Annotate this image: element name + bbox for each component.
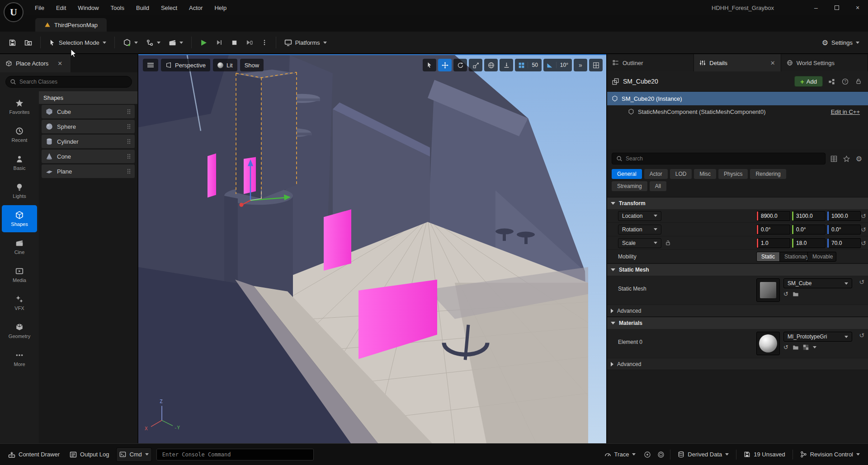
selection-mode-dropdown[interactable]: Selection Mode (45, 35, 110, 50)
viewport-menu-button[interactable] (143, 59, 158, 71)
list-item-sphere[interactable]: Sphere (42, 120, 135, 133)
drag-handle[interactable] (127, 138, 131, 145)
frame-skip-button[interactable] (212, 35, 227, 50)
tab-world-settings[interactable]: World Settings (781, 54, 868, 71)
reset-icon[interactable]: ↺ (861, 240, 866, 247)
output-log-button[interactable]: Output Log (67, 447, 112, 462)
tab-outliner[interactable]: Outliner (607, 54, 694, 71)
static-mesh-asset-dropdown[interactable]: SM_Cube (783, 278, 852, 288)
console-command-input[interactable] (161, 451, 309, 458)
maximize-viewport-button[interactable] (589, 59, 603, 71)
lit-dropdown[interactable]: Lit (213, 59, 237, 71)
platforms-dropdown[interactable]: Platforms (280, 35, 331, 50)
play-options-kebab[interactable] (257, 35, 272, 50)
reset-icon[interactable]: ↺ (859, 278, 864, 286)
sidebar-item-more[interactable]: More (2, 345, 37, 372)
material-asset-dropdown[interactable]: MI_PrototypeGri (783, 332, 852, 342)
convert-blueprint-icon[interactable] (826, 76, 836, 86)
level-tab[interactable]: ThirdPersonMap (35, 18, 107, 32)
list-item-plane[interactable]: Plane (42, 164, 135, 178)
drag-handle[interactable] (127, 168, 131, 175)
use-selected-asset-icon[interactable]: ↺ (783, 344, 788, 351)
launch-button[interactable] (242, 35, 257, 50)
reset-icon[interactable]: ↺ (861, 226, 866, 233)
3d-scene[interactable]: Z X -Y (138, 55, 606, 443)
static-mesh-thumbnail[interactable] (756, 278, 780, 302)
close-icon[interactable]: ✕ (770, 60, 775, 66)
mobility-static[interactable]: Static (757, 252, 780, 261)
settings-dropdown[interactable]: ⚙ Settings (818, 35, 863, 50)
rotation-dropdown[interactable]: Rotation (618, 225, 661, 235)
filter-all[interactable]: All (650, 181, 666, 191)
section-materials[interactable]: Materials (607, 317, 868, 329)
sidebar-item-recent[interactable]: Recent (2, 121, 37, 148)
rotation-z-field[interactable]: 0.0° (827, 225, 861, 235)
list-item-cone[interactable]: Cone (42, 150, 135, 163)
tab-details[interactable]: Details ✕ (694, 54, 781, 71)
grid-snap-control[interactable]: 50 (515, 59, 541, 71)
details-search-box[interactable] (612, 153, 826, 164)
menu-window[interactable]: Window (72, 0, 104, 15)
tree-row-instance[interactable]: SM_Cube20 (Instance) (607, 92, 868, 105)
add-actor-dropdown[interactable] (119, 35, 142, 50)
sidebar-item-media[interactable]: Media (2, 261, 37, 288)
insights-icon[interactable] (643, 450, 652, 459)
viewport[interactable]: Z X -Y Perspective Lit Show (138, 54, 606, 443)
location-y-field[interactable]: 3100.0 (792, 211, 826, 221)
drag-handle[interactable] (127, 108, 131, 115)
scale-z-field[interactable]: 70.0 (827, 238, 861, 248)
tree-row-component[interactable]: StaticMeshComponent (StaticMeshComponent… (607, 105, 868, 118)
scale-y-field[interactable]: 18.0 (792, 238, 826, 248)
sidebar-item-lights[interactable]: Lights (2, 177, 37, 204)
revision-control-button[interactable]: Revision Control (797, 447, 863, 462)
play-button[interactable] (196, 35, 212, 50)
close-button[interactable]: × (847, 0, 868, 15)
edit-in-cpp-link[interactable]: Edit in C++ (831, 108, 863, 115)
rotate-tool[interactable] (453, 59, 467, 71)
filter-physics[interactable]: Physics (718, 169, 748, 179)
advanced-row[interactable]: Advanced (607, 358, 868, 370)
sidebar-item-basic[interactable]: Basic (2, 149, 37, 176)
browse-to-asset-icon[interactable] (793, 344, 799, 351)
rotation-snap-control[interactable]: 10° (543, 59, 572, 71)
show-dropdown[interactable]: Show (240, 59, 264, 71)
menu-file[interactable]: File (29, 0, 50, 15)
sidebar-item-vfx[interactable]: VFX (2, 289, 37, 316)
place-actors-tab[interactable]: Place Actors ✕ (0, 54, 71, 72)
filter-misc[interactable]: Misc (694, 169, 716, 179)
blueprints-dropdown[interactable] (142, 35, 165, 50)
display-options-icon[interactable] (829, 154, 838, 163)
chevron-down-icon[interactable] (813, 346, 816, 348)
scale-dropdown[interactable]: Scale (618, 238, 661, 248)
favorites-star-icon[interactable] (842, 154, 851, 163)
mobility-stationary[interactable]: Stationary (780, 252, 808, 261)
minimize-button[interactable]: – (806, 0, 826, 15)
drag-handle[interactable] (127, 153, 131, 160)
move-tool[interactable] (438, 59, 452, 71)
console-command-box[interactable] (156, 449, 314, 460)
list-item-cylinder[interactable]: Cylinder (42, 135, 135, 148)
search-classes-input[interactable] (19, 78, 132, 85)
derived-data-dropdown[interactable]: Derived Data (675, 447, 731, 462)
use-selected-asset-icon[interactable]: ↺ (783, 291, 788, 297)
gear-icon[interactable]: ⚙ (854, 154, 863, 163)
location-x-field[interactable]: 8900.0 (756, 211, 790, 221)
rotation-snap-value[interactable]: 10° (556, 62, 572, 68)
menu-build[interactable]: Build (130, 0, 155, 15)
filter-actor[interactable]: Actor (644, 169, 668, 179)
details-search-input[interactable] (625, 155, 825, 162)
trace-dropdown[interactable]: Trace (602, 447, 639, 462)
drag-handle[interactable] (127, 123, 131, 130)
unlock-icon[interactable] (665, 240, 671, 246)
menu-edit[interactable]: Edit (50, 0, 72, 15)
list-item-cube[interactable]: Cube (42, 105, 135, 118)
sidebar-item-favorites[interactable]: Favorites (2, 93, 37, 120)
add-component-button[interactable]: + Add (794, 76, 823, 87)
menu-actor[interactable]: Actor (183, 0, 208, 15)
grid-snap-value[interactable]: 50 (528, 62, 541, 68)
filter-rendering[interactable]: Rendering (750, 169, 786, 179)
cmd-dropdown[interactable]: Cmd (116, 447, 151, 462)
texture-checker-icon[interactable] (803, 344, 809, 350)
sidebar-item-shapes[interactable]: Shapes (2, 205, 37, 232)
help-icon[interactable]: ? (840, 76, 850, 86)
